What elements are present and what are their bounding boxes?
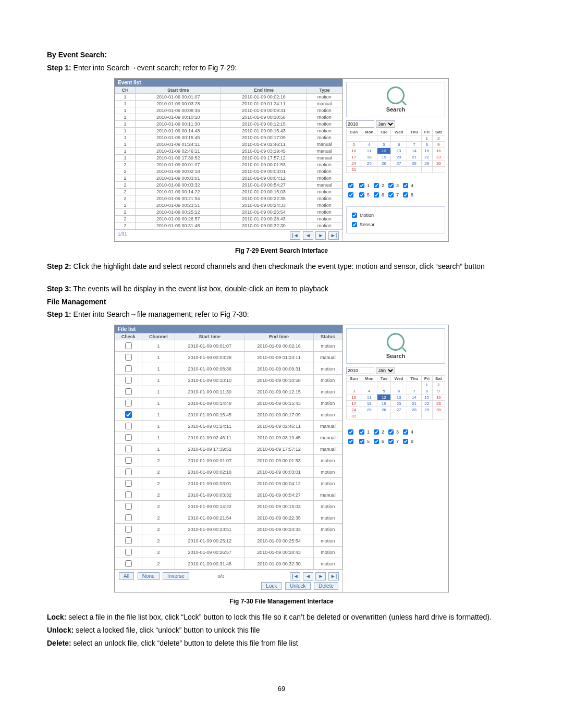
channel-check[interactable]: [388, 183, 394, 188]
calendar-day[interactable]: 29: [421, 407, 432, 413]
channel-check[interactable]: [403, 192, 408, 198]
calendar-day[interactable]: 14: [407, 147, 422, 154]
file-check[interactable]: [125, 365, 132, 372]
event-row[interactable]: 12010-01-09 00:15:452010-01-09 00:17:09m…: [115, 134, 342, 141]
calendar-day[interactable]: 5: [377, 141, 390, 147]
file-check[interactable]: [125, 491, 132, 498]
file-check[interactable]: [125, 514, 132, 521]
sensor-check[interactable]: [352, 222, 357, 227]
year-input[interactable]: [346, 367, 374, 374]
file-row[interactable]: 12010-01-09 00:15:452010-01-09 00:17:09m…: [115, 409, 342, 421]
calendar-day[interactable]: 19: [377, 401, 390, 407]
file-check[interactable]: [125, 423, 132, 429]
event-row[interactable]: 22010-01-09 00:01:072010-01-09 00:01:53m…: [115, 161, 342, 168]
lock-button[interactable]: Lock: [261, 582, 282, 590]
file-check[interactable]: [125, 411, 132, 418]
file-check[interactable]: [125, 446, 132, 452]
calendar-day[interactable]: 9: [432, 388, 445, 394]
calendar-day[interactable]: 26: [377, 160, 390, 166]
event-row[interactable]: 22010-01-09 00:23:512010-01-09 00:24:33m…: [115, 202, 342, 208]
calendar-day[interactable]: 21: [407, 154, 422, 160]
last-page-button[interactable]: ►|: [328, 231, 339, 240]
calendar-day[interactable]: 13: [391, 147, 407, 154]
file-row[interactable]: 22010-01-09 00:03:322010-01-09 00:54:27m…: [115, 489, 342, 501]
event-row[interactable]: 22010-01-09 00:03:322010-01-09 00:54:27m…: [115, 181, 342, 188]
calendar-day[interactable]: 18: [361, 401, 377, 407]
calendar-day[interactable]: 3: [347, 388, 361, 394]
channel-check[interactable]: [359, 192, 364, 198]
event-row[interactable]: 12010-01-09 00:01:072010-01-09 00:02:16m…: [115, 93, 342, 100]
file-row[interactable]: 12010-01-09 00:11:302010-01-09 00:12:15m…: [115, 386, 342, 398]
file-first-page-button[interactable]: |◄: [290, 572, 300, 581]
event-row[interactable]: 12010-01-09 00:03:282010-01-09 01:24:11m…: [115, 100, 342, 107]
calendar-day[interactable]: 13: [391, 394, 407, 401]
calendar-day[interactable]: 23: [432, 154, 445, 160]
file-check[interactable]: [125, 400, 132, 406]
channel-check[interactable]: [374, 439, 379, 444]
channel-check[interactable]: [403, 183, 408, 188]
channel-check[interactable]: [359, 439, 364, 444]
channel-check[interactable]: [388, 192, 394, 198]
file-check[interactable]: [125, 342, 132, 349]
file-check[interactable]: [125, 468, 132, 475]
calendar-day[interactable]: 6: [391, 388, 407, 394]
calendar-day[interactable]: 15: [421, 394, 432, 401]
calendar-day[interactable]: 2: [432, 382, 445, 388]
channel-check[interactable]: [403, 429, 408, 435]
calendar-day[interactable]: 11: [361, 147, 377, 154]
file-row[interactable]: 12010-01-09 17:39:522010-01-09 17:57:12m…: [115, 443, 342, 455]
channel-check[interactable]: [359, 183, 364, 188]
channel-check[interactable]: [374, 192, 379, 198]
file-prev-page-button[interactable]: ◄: [303, 572, 313, 581]
calendar-day[interactable]: 29: [421, 160, 432, 166]
file-row[interactable]: 12010-01-09 00:14:482010-01-09 00:15:43m…: [115, 398, 342, 409]
file-row[interactable]: 22010-01-09 00:01:072010-01-09 00:01:53m…: [115, 455, 342, 466]
event-row[interactable]: 12010-01-09 00:14:482010-01-09 00:15:43m…: [115, 127, 342, 134]
event-row[interactable]: 12010-01-09 00:08:362010-01-09 00:09:31m…: [115, 107, 342, 114]
file-row[interactable]: 12010-01-09 00:03:282010-01-09 01:24:11m…: [115, 352, 342, 363]
file-row[interactable]: 12010-01-09 00:10:102010-01-09 00:10:58m…: [115, 375, 342, 386]
file-row[interactable]: 22010-01-09 00:25:122010-01-09 00:25:54m…: [115, 535, 342, 547]
file-row[interactable]: 12010-01-09 00:08:362010-01-09 00:09:31m…: [115, 363, 342, 375]
file-last-page-button[interactable]: ►|: [328, 572, 339, 581]
calendar-day[interactable]: 22: [421, 154, 432, 160]
search-box[interactable]: Search: [346, 328, 445, 364]
next-page-button[interactable]: ►: [315, 231, 326, 240]
file-check[interactable]: [125, 503, 132, 510]
file-row[interactable]: 22010-01-09 00:03:012010-01-09 00:04:12m…: [115, 478, 342, 489]
event-row[interactable]: 22010-01-09 00:02:182010-01-09 00:03:01m…: [115, 168, 342, 175]
file-check[interactable]: [125, 354, 132, 361]
file-check[interactable]: [125, 549, 132, 556]
event-row[interactable]: 22010-01-09 00:25:122010-01-09 00:25:54m…: [115, 208, 342, 215]
file-check[interactable]: [125, 526, 132, 533]
event-row[interactable]: 22010-01-09 00:21:542010-01-09 00:22:35m…: [115, 195, 342, 202]
event-row[interactable]: 12010-01-09 17:39:522010-01-09 17:57:12m…: [115, 154, 342, 161]
calendar-day[interactable]: 7: [407, 141, 422, 147]
calendar-day[interactable]: 16: [432, 394, 445, 401]
file-check[interactable]: [125, 388, 132, 395]
month-select[interactable]: Jan: [376, 367, 395, 374]
channel-group-check[interactable]: [348, 183, 353, 188]
unlock-button[interactable]: Unlock: [285, 582, 311, 590]
file-check[interactable]: [125, 560, 132, 567]
event-row[interactable]: 22010-01-09 00:26:572010-01-09 00:28:43m…: [115, 215, 342, 222]
file-check[interactable]: [125, 434, 132, 441]
channel-group-check[interactable]: [348, 192, 353, 198]
calendar-day[interactable]: 21: [407, 401, 422, 407]
file-check[interactable]: [125, 377, 132, 384]
first-page-button[interactable]: |◄: [290, 231, 300, 240]
all-button[interactable]: All: [119, 572, 134, 580]
calendar-day[interactable]: 25: [361, 407, 377, 413]
file-row[interactable]: 22010-01-09 00:02:182010-01-09 00:03:01m…: [115, 466, 342, 478]
channel-check[interactable]: [388, 439, 394, 444]
calendar-day[interactable]: 25: [361, 160, 377, 166]
calendar-day[interactable]: 30: [432, 160, 445, 166]
file-row[interactable]: 22010-01-09 00:21:542010-01-09 00:22:35m…: [115, 512, 342, 524]
calendar-day[interactable]: 30: [432, 407, 445, 413]
calendar-day[interactable]: 20: [391, 154, 407, 160]
file-check[interactable]: [125, 537, 132, 544]
calendar-day[interactable]: 7: [407, 388, 422, 394]
calendar-day[interactable]: 24: [347, 160, 361, 166]
file-check[interactable]: [125, 480, 132, 487]
calendar-day[interactable]: 17: [347, 401, 361, 407]
